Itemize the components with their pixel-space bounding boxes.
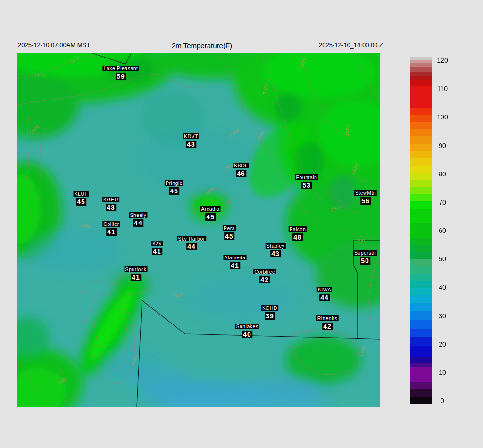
colorbar-tick: 20 [428,340,457,348]
colorbar-tick: 70 [428,199,457,206]
page-title: 2m Temperature(F) [172,41,232,50]
colorbar-tick: 80 [428,170,457,178]
colorbar-tick: 30 [428,312,457,320]
colorbar-tick: 40 [428,283,457,291]
colorbar-tick: 90 [428,142,457,149]
colorbar-tick: 100 [428,113,457,121]
colorbar-tick: 60 [428,227,457,234]
temperature-field [17,53,380,407]
colorbar-tick: 50 [428,255,457,263]
colorbar-tick: 120 [428,57,457,64]
colorbar-tick: 10 [428,369,457,376]
valid-time-utc: 2025-12-10_14:00:00 Z [319,41,383,49]
colorbar-tick: 110 [428,85,457,92]
colorbar-tick: 0 [428,397,457,405]
temperature-map [17,53,380,407]
valid-time-local: 2025-12-10 07:00AM MST [18,41,90,49]
